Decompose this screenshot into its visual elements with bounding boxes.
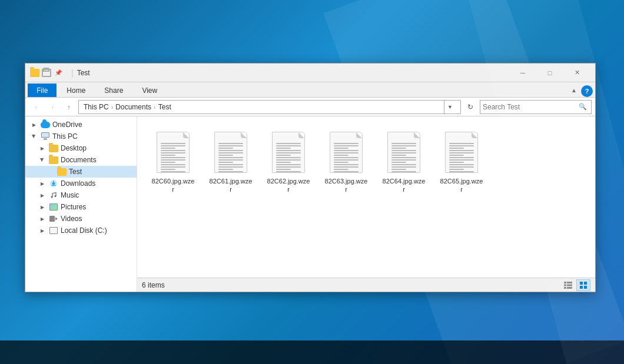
sidebar-item-downloads[interactable]: ▶ Downloads <box>25 178 137 189</box>
file-item-1[interactable]: 82C60.jpg.wzer <box>147 126 200 198</box>
breadcrumb-documents[interactable]: Documents <box>115 103 151 111</box>
sidebar-item-pictures[interactable]: ▶ Pictures <box>25 201 137 213</box>
file-line <box>161 155 175 156</box>
file-name-3: 82C62.jpg.wzer <box>266 177 311 194</box>
search-box: 🔍 <box>480 100 592 114</box>
file-line <box>391 143 416 144</box>
file-line <box>334 157 359 158</box>
address-bar[interactable]: This PC › Documents › Test ▼ <box>78 100 461 114</box>
file-line <box>218 159 243 161</box>
file-line <box>334 150 359 151</box>
file-line <box>391 171 416 172</box>
maximize-button[interactable]: □ <box>536 64 563 82</box>
documents-icon <box>49 156 58 164</box>
file-line <box>276 155 291 156</box>
search-icon[interactable]: 🔍 <box>577 101 589 113</box>
sidebar-item-thispc[interactable]: ▶ This PC <box>25 131 137 142</box>
file-line <box>449 162 464 163</box>
file-icon-4 <box>327 130 365 175</box>
expand-arrow-music: ▶ <box>38 191 47 199</box>
close-button[interactable]: ✕ <box>563 64 590 82</box>
tab-view[interactable]: View <box>133 84 166 97</box>
view-grid-button[interactable] <box>576 279 590 291</box>
file-line <box>391 152 416 153</box>
file-line <box>334 152 359 153</box>
ribbon-chevron-icon[interactable]: ▲ <box>567 83 581 97</box>
ribbon-help-button[interactable]: ? <box>581 85 593 97</box>
sidebar-label-pictures: Pictures <box>61 203 86 211</box>
file-shape-2 <box>214 132 247 173</box>
sidebar-item-localdisk[interactable]: ▶ Local Disk (C:) <box>25 225 137 236</box>
file-name-2: 82C61.jpg.wzer <box>208 177 253 194</box>
files-grid: 82C60.jpg.wzer <box>137 116 595 278</box>
file-shape-4 <box>330 132 363 173</box>
up-button[interactable]: ↑ <box>62 100 76 114</box>
file-line <box>449 159 474 161</box>
file-line <box>161 171 185 172</box>
pictures-icon <box>49 203 58 211</box>
sidebar-item-onedrive[interactable]: ▶ OneDrive <box>25 119 137 131</box>
window-title: Test <box>77 69 509 77</box>
expand-arrow-videos: ▶ <box>38 215 47 223</box>
file-icon-1 <box>154 130 192 175</box>
title-folder-small-icon <box>42 69 51 77</box>
file-line <box>218 150 243 151</box>
forward-button[interactable]: › <box>45 100 59 114</box>
file-line <box>449 157 474 158</box>
tab-home[interactable]: Home <box>58 84 94 97</box>
file-line <box>218 166 243 168</box>
view-list-button[interactable] <box>561 279 575 291</box>
breadcrumb-test[interactable]: Test <box>158 103 171 111</box>
grid-view-icon <box>580 282 587 289</box>
file-line <box>218 162 233 163</box>
svg-rect-14 <box>580 286 583 289</box>
sidebar-item-desktop[interactable]: ▶ Desktop <box>25 142 137 154</box>
list-view-icon <box>564 282 572 289</box>
file-line <box>161 152 185 153</box>
file-lines-4 <box>334 143 359 172</box>
file-line <box>218 152 243 153</box>
file-line <box>218 155 233 156</box>
file-line <box>334 143 359 144</box>
file-line <box>276 162 291 163</box>
file-explorer-window: 📌 | Test ─ □ ✕ File Home Share View ▲ ? … <box>25 63 596 292</box>
file-item-4[interactable]: 82C63.jpg.wzer <box>320 126 373 198</box>
sidebar-label-documents: Documents <box>61 156 97 164</box>
file-item-6[interactable]: 82C65.jpg.wzer <box>435 126 488 198</box>
file-line <box>449 143 474 144</box>
sidebar-label-thispc: This PC <box>52 132 78 141</box>
file-item-5[interactable]: 82C64.jpg.wzer <box>377 126 430 198</box>
sidebar-item-test[interactable]: ▶ Test <box>25 166 137 178</box>
sidebar-item-videos[interactable]: ▶ Videos <box>25 213 137 225</box>
sidebar-item-music[interactable]: ▶ Music <box>25 189 137 201</box>
sidebar-label-downloads: Downloads <box>61 179 95 188</box>
file-line <box>391 155 406 156</box>
back-button[interactable]: ‹ <box>29 100 43 114</box>
svg-rect-12 <box>580 282 583 285</box>
breadcrumb-this-pc[interactable]: This PC <box>84 103 109 111</box>
taskbar <box>0 340 624 364</box>
file-item-2[interactable]: 82C61.jpg.wzer <box>204 126 257 198</box>
file-line <box>449 152 474 153</box>
file-name-4: 82C63.jpg.wzer <box>324 177 369 194</box>
file-lines-2 <box>218 143 243 172</box>
svg-rect-4 <box>49 216 55 222</box>
file-line <box>161 148 175 149</box>
sidebar-item-documents[interactable]: ▶ Documents <box>25 154 137 166</box>
file-line <box>449 155 464 156</box>
tab-share[interactable]: Share <box>95 84 132 97</box>
tab-file[interactable]: File <box>28 84 57 97</box>
title-pin-icon: 📌 <box>54 68 63 78</box>
address-chevron-icon[interactable]: ▼ <box>444 100 456 114</box>
search-input[interactable] <box>483 103 577 111</box>
svg-marker-5 <box>55 217 58 221</box>
sidebar-label-videos: Videos <box>61 215 82 223</box>
file-icon-3 <box>270 130 307 175</box>
minimize-button[interactable]: ─ <box>509 64 536 82</box>
file-item-3[interactable]: 82C62.jpg.wzer <box>262 126 315 198</box>
sidebar-label-test: Test <box>69 168 82 176</box>
breadcrumb: This PC › Documents › Test <box>84 103 444 111</box>
refresh-button[interactable]: ↻ <box>463 100 477 114</box>
window-controls: ─ □ ✕ <box>509 64 590 82</box>
file-line <box>276 159 301 161</box>
